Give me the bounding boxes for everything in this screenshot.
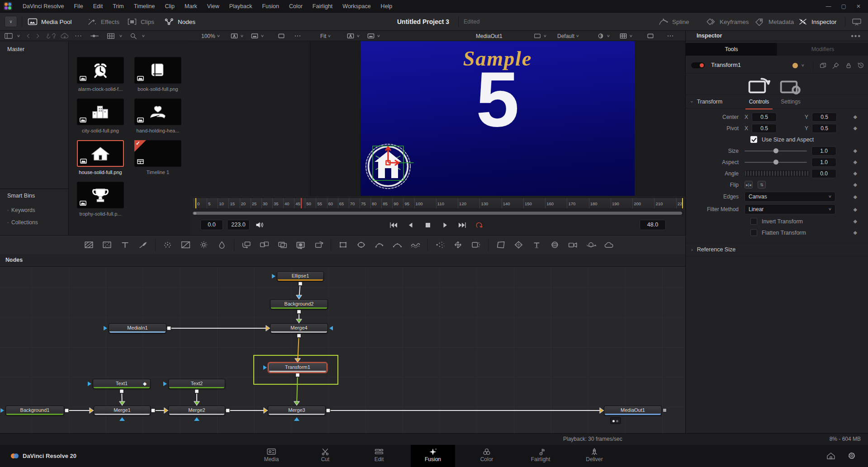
- node-Merge1[interactable]: Merge1: [94, 406, 151, 415]
- fusion-tool-color-keyer-icon[interactable]: [295, 241, 306, 249]
- pin-icon[interactable]: [831, 61, 840, 69]
- page-tab-fusion[interactable]: Fusion: [411, 445, 455, 467]
- viewer-expand-button[interactable]: [646, 31, 655, 41]
- last-frame-button[interactable]: [456, 221, 468, 229]
- aspect-slider[interactable]: [745, 162, 807, 163]
- metadata-button[interactable]: Metadata: [754, 13, 794, 31]
- panel-expand-button[interactable]: [851, 13, 862, 31]
- output-connector[interactable]: [120, 389, 124, 393]
- play-button[interactable]: [439, 221, 451, 229]
- page-tab-color[interactable]: Color: [465, 445, 509, 467]
- in-point-field[interactable]: 0.0: [200, 220, 223, 230]
- mask-input-Merge3[interactable]: [294, 417, 299, 421]
- sidebar-item-collections[interactable]: ›Collections: [0, 217, 69, 228]
- bin-master[interactable]: Master: [0, 42, 68, 52]
- transform-overlay-widget[interactable]: [360, 137, 417, 196]
- flip-vertical-button[interactable]: ⇅: [758, 181, 766, 189]
- fusion-tool-cloud-3d-icon[interactable]: [603, 241, 615, 249]
- forward-icon[interactable]: [33, 32, 43, 40]
- inspector-button[interactable]: Inspector: [797, 13, 837, 31]
- media-clip-trophy[interactable]: trophy-solid-full.p...: [77, 182, 124, 217]
- fusion-tool-polygon-mask-icon[interactable]: [374, 241, 385, 249]
- render-range-start-marker[interactable]: [195, 198, 196, 209]
- menu-color[interactable]: Color: [284, 0, 308, 13]
- size-slider[interactable]: [745, 151, 807, 151]
- viewer-image[interactable]: Sample 5: [360, 41, 635, 196]
- loop-button[interactable]: [474, 221, 485, 229]
- left-viewer-channel-select[interactable]: ∨: [230, 31, 243, 41]
- keyframe-icon[interactable]: ◆: [854, 159, 857, 165]
- aspect-field[interactable]: 1.0: [811, 158, 836, 167]
- fusion-tool-bspline-mask-icon[interactable]: [392, 241, 403, 249]
- mask-input-MediaIn1[interactable]: [104, 326, 107, 330]
- stop-button[interactable]: [422, 221, 434, 229]
- smart-bins-header[interactable]: Smart Bins: [0, 189, 69, 201]
- first-frame-button[interactable]: [388, 221, 399, 229]
- node-enable-toggle[interactable]: [691, 62, 705, 68]
- keyframe-icon[interactable]: ◆: [854, 148, 857, 154]
- mask-input-Merge4[interactable]: [329, 326, 333, 330]
- fusion-tool-merge-icon[interactable]: [241, 241, 252, 249]
- mask-input-Text2[interactable]: [163, 382, 167, 386]
- effects-button[interactable]: Effects: [87, 13, 119, 31]
- fusion-tool-hue-curves-icon[interactable]: [198, 241, 209, 249]
- fusion-tool-double-poly-mask-icon[interactable]: [410, 241, 421, 249]
- transform-section-header[interactable]: › Transform: [686, 95, 868, 108]
- viewer-grid-select[interactable]: ∨: [619, 31, 632, 41]
- output-connector[interactable]: [326, 409, 330, 413]
- left-viewer-options-button[interactable]: [293, 31, 302, 41]
- maximize-icon[interactable]: ▢: [841, 3, 846, 9]
- menu-clip[interactable]: Clip: [160, 0, 180, 13]
- node-Background1[interactable]: Background1: [5, 406, 64, 415]
- output-connector[interactable]: [151, 409, 155, 413]
- nodes-options-icon[interactable]: •••: [5, 257, 677, 263]
- flatten-transform-checkbox[interactable]: [750, 229, 757, 236]
- viewer-layout-select[interactable]: Default∨: [557, 31, 579, 41]
- keyframe-icon[interactable]: ◆: [854, 194, 857, 200]
- keyframe-icon[interactable]: ◆: [854, 114, 857, 120]
- chevron-down-icon[interactable]: ∨: [801, 63, 805, 67]
- node-Text2[interactable]: Text2: [168, 379, 225, 389]
- keyframe-icon[interactable]: ◆: [854, 230, 857, 236]
- keyframe-icon[interactable]: ◆: [854, 182, 857, 188]
- use-size-aspect-checkbox[interactable]: [750, 136, 757, 143]
- node-Text1[interactable]: Text1◆: [93, 379, 151, 389]
- node-MediaOut1[interactable]: MediaOut1: [604, 406, 662, 415]
- left-viewer[interactable]: [190, 41, 310, 196]
- copy-settings-icon[interactable]: [819, 61, 828, 69]
- node-Merge2[interactable]: Merge2: [168, 406, 225, 415]
- app-logo-icon[interactable]: [4, 2, 12, 10]
- fusion-tool-fast-noise-icon[interactable]: [101, 241, 113, 249]
- settings-icon[interactable]: [846, 451, 857, 460]
- node-color-swatch[interactable]: [792, 63, 798, 68]
- menu-view[interactable]: View: [202, 0, 224, 13]
- menu-file[interactable]: File: [69, 0, 88, 13]
- edges-select[interactable]: Canvas∨: [745, 192, 835, 202]
- viewer-overlay-select[interactable]: ∨: [533, 31, 546, 41]
- fusion-tool-matte-control-icon[interactable]: [277, 241, 288, 249]
- mask-input-Merge1[interactable]: [119, 417, 125, 421]
- menu-fairlight[interactable]: Fairlight: [308, 0, 337, 13]
- relink-icon[interactable]: [46, 32, 56, 40]
- fusion-tool-spin-3d-icon[interactable]: [585, 241, 597, 249]
- right-viewer-channel-select[interactable]: ∨: [346, 31, 360, 41]
- fusion-tool-image-plane-3d-icon[interactable]: [495, 241, 506, 249]
- right-viewer[interactable]: Sample 5: [310, 41, 685, 196]
- playhead[interactable]: [301, 198, 302, 209]
- keyframe-icon[interactable]: ◆: [854, 207, 857, 212]
- fusion-tool-transform-icon[interactable]: [313, 241, 324, 249]
- spline-button[interactable]: Spline: [658, 13, 689, 31]
- mask-input-Merge2[interactable]: [194, 417, 199, 421]
- back-icon[interactable]: [24, 32, 33, 40]
- keyframes-button[interactable]: Keyframes: [706, 13, 749, 31]
- invert-transform-checkbox[interactable]: [750, 218, 757, 225]
- interface-toggle-button[interactable]: ∨: [5, 16, 17, 27]
- fusion-tool-shape-3d-icon[interactable]: [513, 241, 524, 249]
- keyframe-icon[interactable]: ◆: [854, 125, 857, 131]
- page-tab-media[interactable]: Media: [249, 445, 294, 467]
- left-viewer-display-select[interactable]: ∨: [250, 31, 264, 41]
- fusion-tool-text-plus-icon[interactable]: [119, 241, 131, 249]
- page-tab-cut[interactable]: Cut: [303, 445, 347, 467]
- bin-view-icon[interactable]: [4, 32, 14, 40]
- fusion-tool-color-curves-icon[interactable]: [180, 241, 191, 249]
